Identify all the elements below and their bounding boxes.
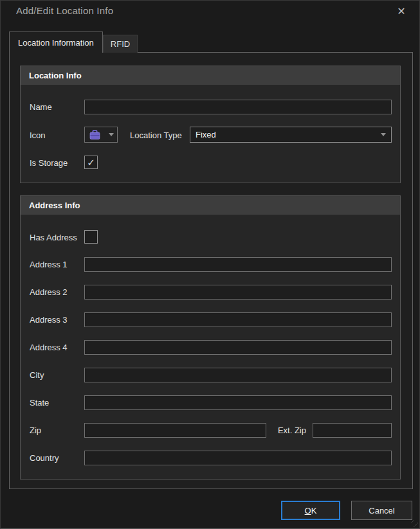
- location-type-label: Location Type: [130, 130, 182, 140]
- has-address-label: Has Address: [30, 233, 77, 242]
- close-icon: ✕: [397, 5, 405, 17]
- is-storage-checkbox[interactable]: ✓: [84, 156, 98, 169]
- address2-input[interactable]: [84, 285, 392, 300]
- check-icon: ✓: [87, 157, 95, 167]
- icon-label: Icon: [30, 130, 46, 140]
- state-input[interactable]: [84, 395, 392, 410]
- is-storage-label: Is Storage: [30, 158, 68, 168]
- briefcase-icon: [85, 129, 105, 140]
- zip-input[interactable]: [84, 423, 266, 438]
- ok-label: OK: [305, 506, 317, 516]
- address4-input[interactable]: [84, 340, 392, 355]
- state-label: State: [30, 398, 49, 408]
- ext-zip-input[interactable]: [313, 423, 392, 438]
- tab-bar: Location Information RFID: [9, 31, 138, 53]
- address2-label: Address 2: [30, 287, 68, 297]
- address-info-header: Address Info: [21, 196, 400, 215]
- resize-grip[interactable]: [411, 520, 418, 527]
- cancel-button[interactable]: Cancel: [351, 501, 412, 520]
- name-input[interactable]: [84, 100, 392, 114]
- zip-label: Zip: [30, 426, 41, 435]
- tab-label: RFID: [111, 39, 130, 49]
- location-type-combobox[interactable]: Fixed: [190, 127, 392, 143]
- cancel-label: Cancel: [369, 506, 394, 516]
- address1-input[interactable]: [84, 257, 392, 272]
- dialog-window: Add/Edit Location Info ✕ Location Inform…: [0, 0, 420, 529]
- chevron-down-icon: [381, 133, 386, 136]
- address-info-group: Address Info Has Address Address 1 Addre…: [20, 195, 401, 480]
- address3-input[interactable]: [84, 312, 392, 327]
- city-input[interactable]: [84, 368, 392, 382]
- location-info-group: Location Info Name Icon Location Type Fi…: [20, 66, 401, 183]
- tab-panel: Location Info Name Icon Location Type Fi…: [9, 52, 413, 489]
- name-label: Name: [30, 102, 52, 112]
- ext-zip-label: Ext. Zip: [261, 426, 306, 435]
- address3-label: Address 3: [30, 315, 68, 325]
- ok-button[interactable]: OK: [281, 501, 340, 520]
- tab-rfid[interactable]: RFID: [103, 35, 138, 53]
- country-label: Country: [30, 453, 59, 463]
- has-address-checkbox[interactable]: [84, 230, 98, 244]
- country-input[interactable]: [84, 451, 392, 465]
- location-info-header: Location Info: [21, 66, 400, 85]
- close-button[interactable]: ✕: [394, 3, 409, 19]
- icon-dropdown[interactable]: [84, 127, 118, 143]
- icon-dropdown-arrow: [105, 133, 117, 136]
- location-type-value: Fixed: [196, 130, 216, 139]
- dialog-title: Add/Edit Location Info: [16, 5, 113, 16]
- tab-location-information[interactable]: Location Information: [9, 31, 103, 53]
- city-label: City: [30, 370, 44, 380]
- tab-label: Location Information: [18, 38, 94, 48]
- address1-label: Address 1: [30, 260, 68, 269]
- address4-label: Address 4: [30, 343, 68, 352]
